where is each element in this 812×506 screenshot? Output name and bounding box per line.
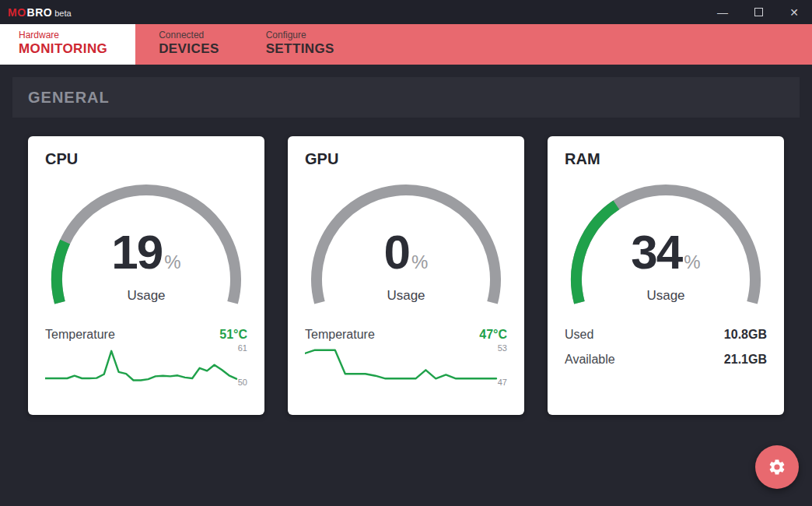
stat-row-used: Used 10.8GB [565, 322, 767, 347]
ram-usage-unit: % [684, 251, 700, 272]
gpu-usage-label: Usage [288, 288, 524, 304]
gpu-usage-unit: % [411, 251, 428, 272]
section-title: GENERAL [28, 89, 110, 107]
tab-label: SETTINGS [266, 41, 334, 57]
main-nav: Hardware MONITORING Connected DEVICES Co… [0, 24, 812, 65]
tab-connected-devices[interactable]: Connected DEVICES [135, 24, 242, 65]
section-header: GENERAL [12, 77, 800, 118]
stat-label: Temperature [45, 328, 115, 342]
tab-hardware-monitoring[interactable]: Hardware MONITORING [0, 24, 135, 65]
cpu-gauge: 19% Usage [28, 174, 264, 308]
ram-available-value: 21.1GB [724, 353, 767, 367]
spark-max-label: 61 [238, 343, 247, 353]
card-title: CPU [45, 150, 264, 168]
tab-eyebrow: Connected [159, 30, 219, 41]
tab-eyebrow: Configure [266, 30, 334, 41]
minimize-button[interactable]: — [705, 0, 740, 24]
cpu-temperature-value: 51°C [219, 328, 247, 342]
stat-row-temperature: Temperature 47°C [305, 322, 507, 347]
maximize-button[interactable] [740, 0, 776, 24]
gpu-temperature-value: 47°C [479, 328, 507, 342]
ram-used-value: 10.8GB [724, 328, 767, 342]
gpu-usage-number: 0 [384, 225, 409, 279]
titlebar: MO BRO beta — ✕ [0, 0, 812, 24]
ram-usage-value: 34% [548, 224, 784, 279]
gpu-stats: Temperature 47°C [288, 322, 524, 347]
gpu-temperature-sparkline: 53 47 [305, 345, 507, 388]
tab-label: MONITORING [19, 41, 107, 57]
cpu-usage-number: 19 [111, 225, 162, 279]
spark-min-label: 47 [498, 378, 507, 387]
cpu-stats: Temperature 51°C [28, 322, 264, 347]
cpu-usage-label: Usage [28, 288, 264, 304]
ram-gauge: 34% Usage [548, 174, 784, 308]
stat-label: Available [565, 353, 615, 367]
cpu-sparkline-plot [45, 345, 247, 388]
card-grid: CPU 19% Usage Temperature 51°C 61 50 GPU… [28, 136, 784, 415]
gpu-gauge: 0% Usage [288, 174, 524, 308]
ram-card: RAM 34% Usage Used 10.8GB Available 21.1… [548, 136, 784, 415]
tab-eyebrow: Hardware [19, 30, 107, 41]
tab-configure-settings[interactable]: Configure SETTINGS [243, 24, 358, 65]
ram-usage-number: 34 [631, 225, 681, 279]
tab-label: DEVICES [159, 41, 219, 57]
gear-icon [768, 458, 786, 476]
minimize-icon: — [717, 10, 728, 15]
close-button[interactable]: ✕ [776, 0, 812, 24]
gpu-sparkline-plot [305, 345, 507, 388]
card-title: RAM [565, 150, 784, 168]
logo-mo: MO [8, 6, 26, 19]
card-title: GPU [305, 150, 524, 168]
stat-label: Temperature [305, 328, 375, 342]
close-icon: ✕ [789, 6, 799, 19]
settings-fab-button[interactable] [755, 445, 799, 489]
logo-beta-tag: beta [54, 9, 71, 18]
logo-bro: BRO [27, 6, 53, 19]
stat-row-temperature: Temperature 51°C [45, 322, 247, 347]
spark-max-label: 53 [498, 343, 507, 353]
cpu-usage-value: 19% [28, 224, 264, 279]
stat-row-available: Available 21.1GB [565, 347, 767, 372]
cpu-card: CPU 19% Usage Temperature 51°C 61 50 [28, 136, 264, 415]
window-controls: — ✕ [705, 0, 812, 24]
stat-label: Used [565, 328, 593, 342]
gpu-card: GPU 0% Usage Temperature 47°C 53 47 [288, 136, 524, 415]
app-logo: MO BRO beta [8, 6, 72, 19]
spark-min-label: 50 [238, 378, 247, 387]
ram-usage-label: Usage [548, 288, 784, 304]
cpu-temperature-sparkline: 61 50 [45, 345, 247, 388]
maximize-icon [754, 8, 763, 16]
cpu-usage-unit: % [164, 251, 180, 272]
gpu-usage-value: 0% [288, 224, 524, 279]
ram-stats: Used 10.8GB Available 21.1GB [548, 322, 784, 372]
